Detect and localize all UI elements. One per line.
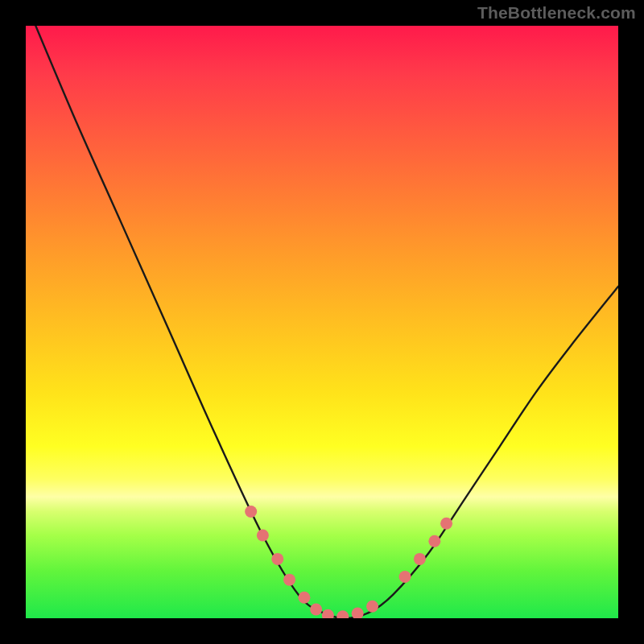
curve-marker — [440, 518, 452, 530]
curve-path — [26, 26, 618, 618]
curve-marker — [310, 603, 322, 615]
curve-marker — [245, 506, 257, 518]
curve-marker — [283, 574, 295, 586]
curve-marker — [336, 610, 349, 618]
bottleneck-curve — [26, 26, 618, 618]
curve-marker — [414, 553, 426, 565]
chart-frame: TheBottleneck.com — [0, 0, 644, 644]
plot-area — [26, 26, 618, 618]
curve-marker — [352, 608, 364, 618]
curve-marker — [257, 529, 269, 541]
watermark-text: TheBottleneck.com — [477, 3, 636, 23]
curve-marker — [428, 535, 440, 547]
curve-marker — [298, 592, 310, 604]
curve-marker — [322, 609, 334, 618]
curve-marker — [271, 553, 283, 565]
curve-marker — [399, 571, 411, 583]
curve-marker — [366, 601, 378, 613]
